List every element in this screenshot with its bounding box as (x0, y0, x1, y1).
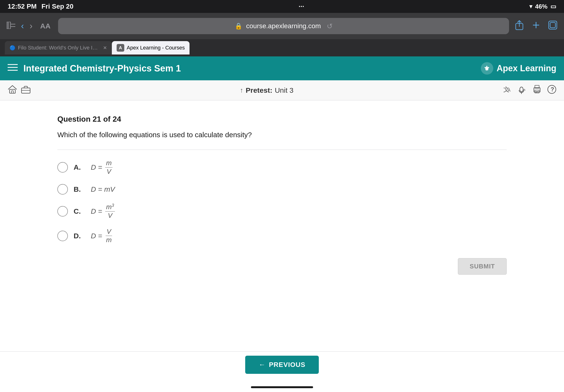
svg-rect-15 (10, 89, 15, 93)
fraction-c-den: V (107, 211, 113, 219)
option-a-label: A. (74, 163, 85, 171)
fraction-a-den: V (106, 168, 112, 175)
submit-btn[interactable]: SUBMIT (458, 258, 507, 275)
svg-rect-9 (550, 22, 555, 28)
tab-apex-favicon: A (117, 44, 124, 52)
fraction-d-num: V (106, 228, 112, 236)
answer-option-d[interactable]: D. D = V m (57, 228, 507, 244)
reload-btn[interactable]: ↺ (327, 22, 333, 30)
option-b-math: D = mV (91, 185, 115, 193)
ellipsis: ··· (299, 3, 304, 10)
svg-rect-16 (12, 91, 14, 93)
tab-apex-label: Apex Learning - Courses (127, 45, 185, 51)
app-title: Integrated Chemistry-Physics Sem 1 (23, 63, 480, 74)
main-content: Question 21 of 24 Which of the following… (0, 100, 564, 351)
previous-label: PREVIOUS (269, 361, 305, 369)
briefcase-btn[interactable] (21, 85, 31, 96)
date: Fri Sep 20 (41, 3, 73, 10)
submit-row: SUBMIT (57, 258, 507, 275)
apex-logo-text: Apex Learning (497, 63, 556, 73)
back-btn[interactable]: ‹ (21, 21, 24, 31)
svg-text:A: A (508, 88, 510, 93)
fraction-a: m V (105, 159, 112, 175)
home-bar (251, 386, 313, 388)
option-c-math: D = m3 V (91, 203, 116, 219)
apex-logo: ⚜ Apex Learning (480, 62, 556, 75)
question-number: Question 21 of 24 (57, 115, 507, 124)
tab-filo-close[interactable]: ✕ (103, 45, 107, 51)
time: 12:52 PM (8, 3, 37, 10)
svg-text:?: ? (550, 86, 554, 93)
radio-d[interactable] (57, 231, 68, 241)
pretest-label: Pretest: (246, 86, 273, 94)
home-btn[interactable] (8, 85, 17, 96)
radio-c[interactable] (57, 206, 68, 217)
aa-btn[interactable]: AA (38, 22, 52, 30)
sub-header-right: 文 A ? (503, 85, 556, 96)
status-bar: 12:52 PM Fri Sep 20 ··· ▾ 46% ▭ (0, 0, 564, 13)
option-b-label: B. (74, 185, 85, 193)
fraction-a-num: m (105, 159, 112, 168)
radio-b[interactable] (57, 184, 68, 195)
pretest-unit: Unit 3 (275, 86, 293, 94)
status-bar-left: 12:52 PM Fri Sep 20 (8, 3, 73, 10)
app-header: Integrated Chemistry-Physics Sem 1 ⚜ Ape… (0, 56, 564, 80)
print-btn[interactable] (533, 85, 542, 96)
option-d-label: D. (74, 232, 85, 240)
status-bar-center: ··· (299, 3, 304, 10)
sidebar-toggle-btn[interactable] (7, 21, 15, 31)
wifi-icon: ▾ (529, 3, 532, 10)
address-text: course.apexlearning.com (246, 22, 321, 30)
hamburger-btn[interactable] (8, 63, 18, 73)
status-bar-right: ▾ 46% ▭ (529, 3, 556, 10)
audio-btn[interactable] (518, 85, 527, 96)
question-divider (57, 150, 507, 150)
translate-btn[interactable]: 文 A (503, 85, 512, 96)
share-btn[interactable] (515, 20, 524, 32)
battery-icon: ▭ (550, 3, 556, 10)
option-d-math: D = V m (91, 228, 113, 244)
bottom-nav: ← PREVIOUS (0, 351, 564, 382)
tab-bar: 🔵 Filo Student: World's Only Live Instan… (0, 39, 564, 56)
sub-header-left (8, 85, 31, 96)
fraction-d: V m (105, 228, 112, 244)
lock-icon: 🔒 (235, 22, 242, 30)
svg-rect-1 (7, 22, 9, 29)
option-a-math: D = m V (91, 159, 113, 175)
tab-apex[interactable]: A Apex Learning - Courses (112, 41, 190, 55)
answer-options: A. D = m V B. D = mV C. D = (57, 159, 507, 244)
forward-btn[interactable]: › (30, 21, 32, 31)
home-indicator (0, 382, 564, 392)
battery-percent: 46% (535, 3, 548, 10)
help-btn[interactable]: ? (547, 85, 556, 96)
svg-text:⚜: ⚜ (484, 65, 490, 72)
address-bar[interactable]: 🔒 course.apexlearning.com ↺ (58, 18, 509, 34)
tab-filo-favicon: 🔵 (10, 45, 15, 51)
new-tab-btn[interactable] (532, 21, 541, 32)
radio-a[interactable] (57, 162, 68, 173)
fraction-c: m3 V (105, 203, 115, 219)
svg-point-21 (520, 87, 523, 92)
option-c-label: C. (74, 207, 85, 215)
prev-arrow-icon: ← (259, 361, 265, 369)
question-text: Which of the following equations is used… (57, 129, 507, 140)
answer-option-b[interactable]: B. D = mV (57, 184, 507, 195)
fraction-c-num: m3 (105, 203, 115, 211)
tab-filo-label: Filo Student: World's Only Live Instant … (18, 45, 99, 51)
sub-header-center: ↑ Pretest: Unit 3 (31, 86, 503, 94)
fraction-d-den: m (105, 236, 112, 244)
tabs-btn[interactable] (548, 21, 557, 32)
answer-option-a[interactable]: A. D = m V (57, 159, 507, 175)
answer-option-c[interactable]: C. D = m3 V (57, 203, 507, 219)
previous-btn[interactable]: ← PREVIOUS (245, 356, 319, 374)
sub-header: ↑ Pretest: Unit 3 文 A (0, 80, 564, 100)
tab-filo[interactable]: 🔵 Filo Student: World's Only Live Instan… (5, 41, 112, 55)
browser-actions (515, 20, 557, 32)
browser-chrome: ‹ › AA 🔒 course.apexlearning.com ↺ (0, 13, 564, 39)
up-arrow-icon: ↑ (240, 86, 243, 94)
